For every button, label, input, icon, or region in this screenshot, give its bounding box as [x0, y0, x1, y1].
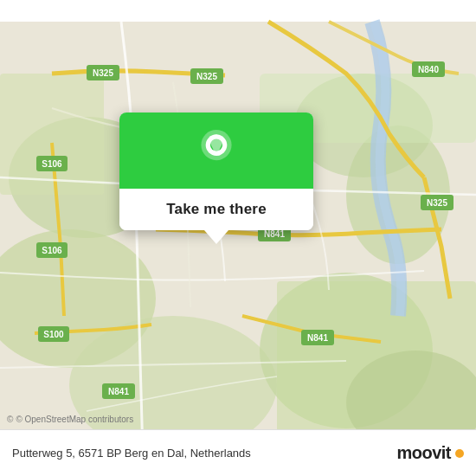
address-section: Putterweg 5, 6571 BP Berg en Dal, Nether… [12, 447, 251, 460]
svg-text:N840: N840 [418, 65, 439, 74]
map-background: N325 N325 N840 S106 S106 N841 N841 N841 … [0, 0, 476, 476]
attribution-text: © OpenStreetMap contributors [16, 415, 133, 424]
svg-text:S106: S106 [42, 159, 62, 169]
svg-rect-4 [0, 74, 104, 195]
svg-text:N841: N841 [108, 387, 129, 396]
location-pin-icon [197, 130, 235, 168]
svg-text:N325: N325 [93, 68, 113, 78]
bottom-bar: Putterweg 5, 6571 BP Berg en Dal, Nether… [0, 429, 476, 476]
take-me-there-button[interactable]: Take me there [119, 189, 313, 230]
moovit-dot [455, 449, 464, 458]
moovit-wordmark: moovit [396, 443, 451, 463]
map-attribution: © © OpenStreetMap contributors [7, 415, 133, 424]
svg-text:N841: N841 [307, 333, 328, 343]
map-container: N325 N325 N840 S106 S106 N841 N841 N841 … [0, 0, 476, 476]
svg-text:S106: S106 [42, 246, 62, 255]
popup-header [119, 113, 313, 189]
moovit-logo: moovit [396, 443, 464, 463]
copyright-symbol: © [7, 415, 13, 424]
svg-text:S100: S100 [43, 330, 64, 339]
location-popup: Take me there [119, 113, 313, 230]
svg-text:N325: N325 [427, 198, 447, 208]
address-text: Putterweg 5, 6571 BP Berg en Dal, Nether… [12, 447, 251, 460]
popup-arrow [204, 230, 228, 244]
svg-text:N325: N325 [196, 72, 217, 81]
svg-text:N841: N841 [264, 229, 285, 239]
